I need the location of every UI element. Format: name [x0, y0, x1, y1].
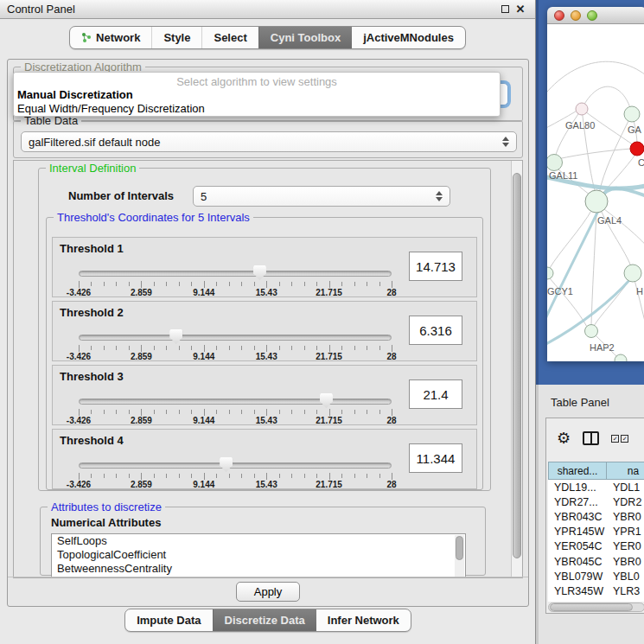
apply-button[interactable]: Apply — [236, 582, 301, 602]
slider-ticks — [79, 409, 392, 416]
threshold-value-field[interactable]: 6.316 — [409, 316, 462, 345]
table-cell: YDR2 — [607, 494, 644, 509]
threshold-slider[interactable]: -3.4262.8599.14415.4321.71528 — [79, 264, 392, 296]
threshold-slider[interactable]: -3.4262.8599.14415.4321.71528 — [79, 456, 392, 488]
table-row[interactable]: YER054CYER0 — [548, 539, 644, 554]
bottom-tab-discretize-data[interactable]: Discretize Data — [213, 609, 316, 631]
tab-network[interactable]: Network — [70, 27, 151, 48]
table-row[interactable]: YDL19...YDL1 — [548, 480, 644, 494]
threshold-panel-4: Threshold 4-3.4262.8599.14415.4321.71528… — [52, 429, 477, 489]
network-edge-highlighted[interactable] — [547, 209, 599, 322]
threshold-title: Threshold 4 — [60, 434, 124, 447]
table-cell: YBR045C — [548, 554, 607, 569]
table-data-combo[interactable]: galFiltered.sif default node — [21, 131, 517, 152]
thresholds-group-label: Threshold's Coordinates for 5 Intervals — [54, 211, 253, 224]
attribute-item-topologicalcoefficient[interactable]: TopologicalCoefficient — [52, 548, 465, 562]
node-table: shared...na YDL19...YDL1YDR27...YDR2YBR0… — [548, 462, 644, 602]
network-node[interactable] — [615, 354, 627, 361]
network-edge[interactable] — [582, 86, 632, 114]
tab-style[interactable]: Style — [151, 27, 201, 48]
table-cell: YBR0 — [607, 509, 644, 524]
network-node[interactable] — [576, 103, 588, 115]
algorithm-option-equal-width-frequency-discretization[interactable]: Equal Width/Frequency Discretization — [14, 102, 500, 116]
close-window-icon[interactable] — [554, 10, 564, 21]
threshold-panel-2: Threshold 2-3.4262.8599.14415.4321.71528… — [52, 301, 477, 361]
slider-track[interactable] — [79, 335, 392, 341]
algorithm-dropdown-popup: Select algorithm to view settings Manual… — [13, 72, 501, 117]
tick-label: 15.43 — [256, 416, 277, 425]
gear-icon[interactable]: ⚙ — [557, 430, 571, 446]
algorithm-option-manual-discretization[interactable]: Manual Discretization — [14, 88, 500, 102]
threshold-value-field[interactable]: 21.4 — [409, 379, 462, 409]
table-row[interactable]: YBR045CYBR0 — [548, 554, 644, 569]
network-node[interactable] — [547, 267, 553, 279]
columns-icon[interactable] — [583, 431, 599, 445]
network-canvas[interactable]: GAL80GACGAL11GAL4GCY1HHAP2 — [547, 24, 644, 361]
network-edge[interactable] — [601, 207, 644, 251]
checkboxes-icon[interactable]: ✓✓ — [611, 435, 628, 443]
tab-cyni-toolbox[interactable]: Cyni Toolbox — [258, 27, 352, 48]
minimize-window-icon[interactable] — [571, 10, 581, 21]
table-row[interactable]: YBR043CYBR0 — [548, 509, 644, 524]
scrollbar-thumb[interactable] — [513, 173, 521, 558]
slider-handle[interactable] — [320, 393, 333, 408]
table-row[interactable]: YPR145WYPR1 — [548, 525, 644, 539]
tick-label: 21.715 — [316, 480, 342, 489]
slider-tick-labels: -3.4262.8599.14415.4321.71528 — [79, 288, 392, 297]
network-edge[interactable] — [555, 109, 582, 158]
network-node[interactable] — [624, 106, 640, 122]
close-panel-icon[interactable]: ✕ — [513, 3, 528, 16]
bottom-tab-impute-data[interactable]: Impute Data — [125, 609, 212, 631]
network-node[interactable] — [547, 155, 563, 171]
table-row[interactable]: YDR27...YDR2 — [548, 494, 644, 509]
slider-track[interactable] — [79, 399, 392, 405]
table-cell: YBR0 — [607, 554, 644, 569]
node-label-gcy1: GCY1 — [547, 286, 573, 296]
threshold-slider[interactable]: -3.4262.8599.14415.4321.71528 — [79, 328, 392, 360]
attribute-item-selfloops[interactable]: SelfLoops — [52, 534, 465, 548]
network-node[interactable] — [585, 325, 598, 338]
table-horizontal-scrollbar[interactable] — [548, 603, 644, 612]
slider-handle[interactable] — [169, 329, 182, 344]
content-scrollbar[interactable] — [511, 161, 522, 577]
table-row[interactable]: YIL052CYIL0 — [548, 599, 644, 603]
slider-handle[interactable] — [253, 265, 266, 280]
tick-label: 9.144 — [193, 416, 214, 425]
scrollbar-thumb[interactable] — [550, 603, 633, 611]
slider-handle[interactable] — [220, 457, 233, 472]
bottom-tab-bar: Impute DataDiscretize DataInfer Network — [0, 609, 536, 632]
slider-track[interactable] — [79, 271, 392, 277]
tick-label: -3.426 — [67, 416, 91, 425]
network-node[interactable] — [630, 142, 644, 156]
bottom-tab-infer-network[interactable]: Infer Network — [316, 609, 411, 631]
tab-jactivemnodules[interactable]: jActiveMNodules — [352, 27, 465, 48]
column-header-name[interactable]: na — [607, 462, 644, 480]
threshold-title: Threshold 3 — [60, 370, 124, 383]
float-window-icon[interactable] — [497, 3, 513, 16]
table-row[interactable]: YBL079WYBL0 — [548, 569, 644, 583]
table-cell: YPR1 — [607, 525, 644, 539]
tab-select[interactable]: Select — [201, 27, 258, 48]
stepper-icon — [495, 137, 509, 147]
network-edge[interactable] — [558, 149, 632, 159]
number-of-intervals-combo[interactable]: 5 — [193, 186, 450, 207]
table-cell: YIL0 — [607, 599, 644, 603]
network-node[interactable] — [585, 190, 608, 213]
attribute-item-betweennesscentrality[interactable]: BetweennessCentrality — [52, 562, 465, 576]
network-node[interactable] — [624, 265, 641, 282]
threshold-slider[interactable]: -3.4262.8599.14415.4321.71528 — [79, 392, 392, 424]
table-row[interactable]: YLR345WYLR3 — [548, 583, 644, 598]
column-header-shared-name[interactable]: shared... — [548, 462, 607, 480]
table-cell: YER0 — [607, 539, 644, 554]
scrollbar-thumb[interactable] — [456, 536, 463, 560]
threshold-value-field[interactable]: 14.713 — [409, 252, 462, 281]
network-edge[interactable] — [591, 213, 596, 325]
node-label-hap2: HAP2 — [590, 342, 615, 353]
threshold-value-field[interactable]: 11.344 — [409, 443, 462, 473]
tabset-top: NetworkStyleSelectCyni ToolboxjActiveMNo… — [69, 26, 466, 49]
zoom-window-icon[interactable] — [587, 10, 597, 21]
attribute-list-scrollbar[interactable] — [455, 535, 464, 577]
tick-label: 15.43 — [256, 288, 277, 297]
numerical-attributes-list[interactable]: SelfLoopsTopologicalCoefficientBetweenne… — [51, 533, 466, 577]
slider-track[interactable] — [79, 462, 392, 469]
